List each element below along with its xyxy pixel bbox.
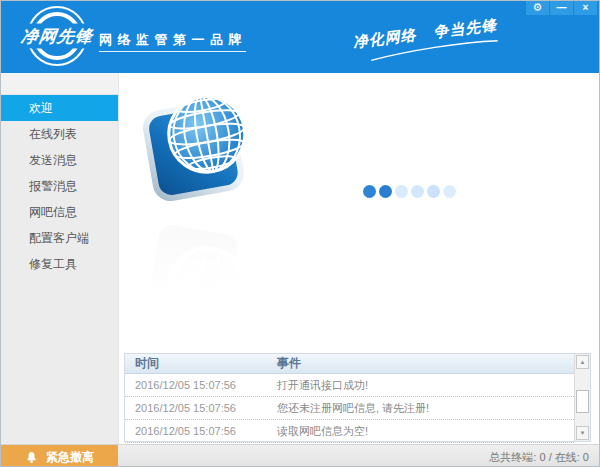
loading-dot: [395, 185, 408, 198]
emergency-evacuate-button[interactable]: 紧急撤离: [1, 445, 118, 467]
event-text: 打开通讯接口成功!: [277, 374, 574, 396]
event-log-body: 时间 事件 2016/12/05 15:07:56 打开通讯接口成功! 2016…: [125, 354, 574, 441]
loading-dots: [363, 185, 456, 198]
table-row[interactable]: 2016/12/05 15:07:56 您还未注册网吧信息, 请先注册!: [125, 397, 574, 420]
globe-3d-icon: [137, 86, 257, 215]
sidebar-top-strip: [1, 73, 118, 95]
table-header-row: 时间 事件: [125, 354, 574, 374]
terminal-status-text: 总共终端: 0 / 在线: 0: [489, 445, 589, 467]
minimize-button[interactable]: —: [549, 1, 573, 15]
loading-dot: [443, 185, 456, 198]
table-row[interactable]: 2016/12/05 15:07:56 读取网吧信息为空!: [125, 420, 574, 443]
globe-reflection: [137, 205, 257, 334]
sidebar-item-send-message[interactable]: 发送消息: [1, 147, 118, 173]
app-window: 净网先锋 网络监管第一品牌 净化网络 争当先锋 ⚙ — × 欢迎 在线列表 发送…: [0, 0, 600, 467]
brand-underline: [99, 51, 246, 52]
event-text: 您还未注册网吧信息, 请先注册!: [277, 397, 574, 419]
table-row[interactable]: 2016/12/05 15:07:56 打开通讯接口成功!: [125, 374, 574, 397]
bell-icon: [25, 451, 38, 464]
slogan: 净化网络 争当先锋: [352, 13, 525, 64]
sidebar-item-alarm-message[interactable]: 报警消息: [1, 173, 118, 199]
scroll-down-icon[interactable]: ▼: [576, 426, 589, 440]
status-bar: 紧急撤离 总共终端: 0 / 在线: 0: [1, 444, 599, 467]
emergency-evacuate-label: 紧急撤离: [46, 449, 94, 466]
event-time: 2016/12/05 15:07:56: [125, 397, 277, 419]
scrollbar-thumb[interactable]: [576, 390, 589, 413]
sidebar-item-repair-tool[interactable]: 修复工具: [1, 251, 118, 277]
loading-dot: [411, 185, 424, 198]
loading-dot: [427, 185, 440, 198]
sidebar-item-cafe-info[interactable]: 网吧信息: [1, 199, 118, 225]
table-scrollbar[interactable]: ▲ ▼: [574, 354, 590, 441]
logo-text: 净网先锋: [16, 24, 98, 49]
event-time: 2016/12/05 15:07:56: [125, 374, 277, 396]
window-controls: ⚙ — ×: [525, 1, 597, 15]
app-logo: 净网先锋: [27, 6, 87, 66]
sidebar-item-welcome[interactable]: 欢迎: [1, 95, 118, 121]
event-text: 读取网吧信息为空!: [277, 420, 574, 442]
close-button[interactable]: ×: [573, 1, 597, 15]
column-header-time: 时间: [125, 354, 277, 373]
sidebar: 欢迎 在线列表 发送消息 报警消息 网吧信息 配置客户端 修复工具: [1, 73, 118, 444]
settings-icon[interactable]: ⚙: [525, 1, 549, 15]
event-log-table: 时间 事件 2016/12/05 15:07:56 打开通讯接口成功! 2016…: [124, 353, 591, 442]
event-time: 2016/12/05 15:07:56: [125, 420, 277, 442]
sidebar-item-online-list[interactable]: 在线列表: [1, 121, 118, 147]
column-header-event: 事件: [277, 354, 574, 373]
brand-tagline: 网络监管第一品牌: [99, 31, 247, 49]
loading-dot: [363, 185, 376, 198]
header-bar: 净网先锋 网络监管第一品牌 净化网络 争当先锋 ⚙ — ×: [1, 1, 599, 73]
scroll-up-icon[interactable]: ▲: [576, 355, 589, 369]
loading-dot: [379, 185, 392, 198]
sidebar-item-configure-client[interactable]: 配置客户端: [1, 225, 118, 251]
